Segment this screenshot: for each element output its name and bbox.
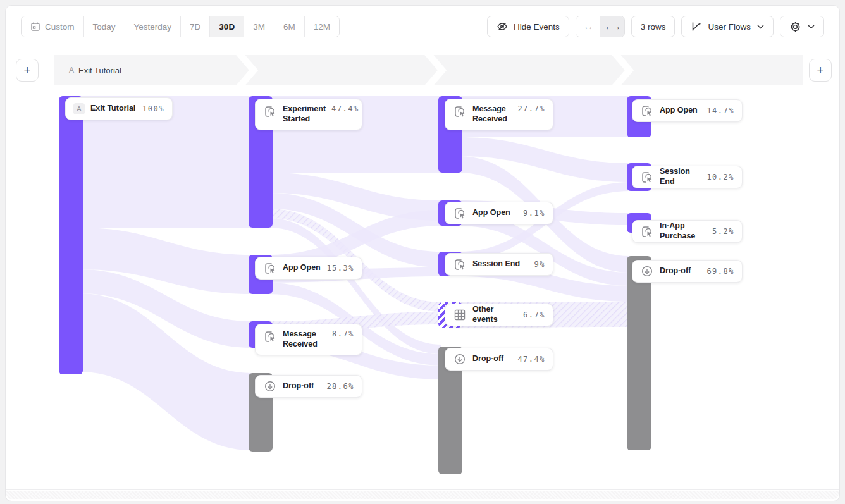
node-card-in-app-purchase[interactable]: In-App Purchase 5.2% bbox=[632, 220, 743, 243]
grid-icon bbox=[453, 308, 467, 322]
node-card-session-end[interactable]: Session End 9% bbox=[445, 253, 553, 276]
node-label: In-App Purchase bbox=[660, 221, 706, 241]
node-percentage: 27.7% bbox=[517, 104, 545, 113]
horizontal-scrollbar[interactable] bbox=[6, 491, 839, 499]
node-label: Message Received bbox=[283, 329, 326, 349]
node-label: Session End bbox=[472, 259, 529, 269]
node-percentage: 6.7% bbox=[523, 310, 545, 319]
node-card-app-open[interactable]: App Open 15.3% bbox=[255, 257, 362, 280]
node-percentage: 69.8% bbox=[706, 267, 734, 276]
node-label: App Open bbox=[660, 106, 701, 116]
node-card-message-received[interactable]: Message Received 27.7% bbox=[445, 99, 553, 130]
event-badge: A bbox=[73, 103, 85, 114]
node-label: Drop-off bbox=[283, 381, 321, 391]
node-percentage: 5.2% bbox=[712, 227, 734, 236]
node-card-app-open[interactable]: App Open 14.7% bbox=[632, 99, 743, 122]
node-percentage: 15.3% bbox=[326, 264, 354, 273]
node-percentage: 8.7% bbox=[332, 329, 354, 338]
dropoff-icon bbox=[263, 379, 277, 393]
node-label: App Open bbox=[283, 263, 321, 273]
node-card-dropoff[interactable]: Drop-off 47.4% bbox=[445, 348, 553, 371]
node-percentage: 47.4% bbox=[517, 355, 545, 364]
node-label: Drop-off bbox=[660, 266, 701, 276]
event-icon bbox=[640, 170, 654, 184]
event-icon bbox=[453, 257, 467, 271]
dropoff-icon bbox=[453, 352, 467, 366]
node-percentage: 10.2% bbox=[706, 173, 734, 181]
node-label: Session End bbox=[660, 167, 701, 187]
node-card-dropoff[interactable]: Drop-off 69.8% bbox=[632, 260, 743, 283]
node-percentage: 9.1% bbox=[523, 209, 545, 218]
node-percentage: 9% bbox=[534, 260, 545, 269]
node-label: Exit Tutorial bbox=[90, 104, 137, 114]
node-card-app-open[interactable]: App Open 9.1% bbox=[445, 202, 553, 224]
event-icon bbox=[263, 261, 277, 275]
node-percentage: 28.6% bbox=[326, 382, 354, 391]
node-percentage: 14.7% bbox=[706, 106, 734, 115]
node-card-message-received[interactable]: Message Received 8.7% bbox=[255, 324, 362, 355]
dropoff-icon bbox=[640, 264, 654, 278]
node-label: Experiment Started bbox=[283, 104, 326, 124]
node-label: Drop-off bbox=[472, 354, 512, 364]
node-card-experiment-started[interactable]: Experiment Started 47.4% bbox=[255, 99, 362, 130]
flow-ribbons bbox=[0, 0, 845, 504]
node-percentage: 47.4% bbox=[331, 104, 359, 113]
node-card-other-events[interactable]: Other events 6.7% bbox=[445, 304, 553, 326]
event-icon bbox=[453, 206, 467, 220]
event-icon bbox=[263, 104, 277, 118]
node-label: Message Received bbox=[472, 104, 512, 124]
event-icon bbox=[263, 329, 277, 343]
event-icon bbox=[453, 104, 467, 118]
footer-divider bbox=[6, 489, 839, 490]
event-icon bbox=[640, 104, 654, 118]
user-flows-sankey: A Exit Tutorial 100% Experiment Started … bbox=[0, 0, 845, 504]
sankey-dropoff-bar[interactable] bbox=[627, 256, 651, 450]
event-icon bbox=[640, 224, 654, 238]
node-card-session-end[interactable]: Session End 10.2% bbox=[632, 166, 743, 188]
node-label: App Open bbox=[472, 208, 517, 218]
node-card-exit-tutorial[interactable]: A Exit Tutorial 100% bbox=[65, 97, 173, 120]
sankey-node-bar[interactable] bbox=[59, 96, 83, 374]
node-label: Other events bbox=[472, 305, 517, 324]
node-card-dropoff[interactable]: Drop-off 28.6% bbox=[255, 375, 362, 398]
node-percentage: 100% bbox=[142, 104, 164, 113]
